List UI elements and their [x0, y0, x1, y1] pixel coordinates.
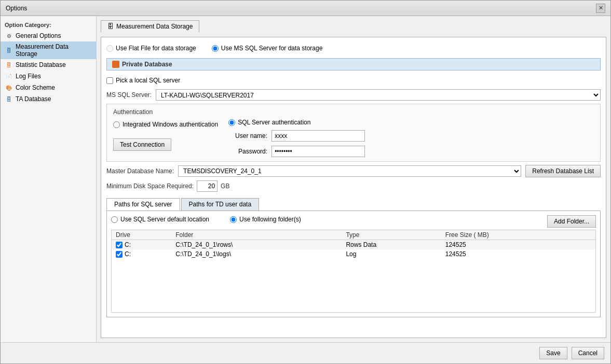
table-row: C: C:\TD_24_0_1\logs\ Log 124525 — [112, 249, 595, 259]
storage-option-row: Use Flat File for data storage Use MS SQ… — [106, 43, 601, 54]
tab-paths-sql-server[interactable]: Paths for SQL server — [106, 198, 180, 211]
col-header-extra — [574, 230, 595, 240]
sidebar-item-log-files[interactable]: 📄 Log Files — [1, 71, 96, 82]
integrated-windows-label: Integrated Windows authentication — [123, 121, 218, 128]
row-free-size-cell: 124525 — [441, 249, 574, 259]
col-header-type: Type — [342, 230, 441, 240]
row-extra-cell — [574, 249, 595, 259]
row-folder: C:\TD_24_0_1\rows\ — [175, 241, 233, 248]
default-location-option[interactable]: Use SQL Server default location — [111, 216, 209, 223]
paths-tabs: Paths for SQL server Paths for TD user d… — [106, 198, 601, 211]
sidebar-item-measurement-data-storage[interactable]: 🗄 Measurement Data Storage — [1, 41, 96, 59]
ms-sql-server-dropdown[interactable]: LT-KADLI-WG\SQLSERVER2017 — [156, 89, 601, 101]
flat-file-radio[interactable] — [106, 45, 113, 52]
row-type: Rows Data — [346, 241, 376, 248]
db-icon: 🗄 — [5, 95, 13, 103]
save-button[interactable]: Save — [539, 347, 567, 359]
ms-sql-server-label: MS SQL Server: — [106, 91, 152, 99]
paths-section: Paths for SQL server Paths for TD user d… — [106, 196, 601, 317]
ms-sql-option[interactable]: Use MS SQL Server for data storage — [212, 45, 323, 52]
tab-bar: 🗄 Measurement Data Storage — [101, 20, 606, 33]
close-button[interactable]: ✕ — [596, 4, 605, 13]
default-location-label: Use SQL Server default location — [120, 216, 209, 223]
tab-paths-td-user-data[interactable]: Paths for TD user data — [181, 198, 260, 211]
authentication-section: Authentication Integrated Windows authen… — [106, 104, 601, 162]
integrated-windows-radio[interactable] — [113, 121, 120, 128]
options-dialog: Options ✕ Option Category: ⚙ General Opt… — [0, 0, 611, 364]
palette-icon: 🎨 — [5, 83, 13, 92]
row-drive-cell: C: — [112, 240, 171, 250]
username-row: User name: — [228, 130, 365, 142]
pick-local-label: Pick a local SQL server — [116, 77, 180, 84]
pick-local-row: Pick a local SQL server — [106, 76, 601, 85]
main-content: Option Category: ⚙ General Options 🗄 Mea… — [1, 16, 610, 342]
row-type-cell: Log — [342, 249, 441, 259]
table-row: C: C:\TD_24_0_1\rows\ Rows Data 124525 — [112, 240, 595, 250]
row-free-size: 124525 — [445, 250, 466, 258]
row-free-size-cell: 124525 — [441, 240, 574, 250]
col-header-drive: Drive — [112, 230, 171, 240]
sql-server-auth-radio[interactable] — [228, 119, 235, 126]
test-connection-button[interactable]: Test Connection — [113, 138, 171, 151]
pick-local-checkbox[interactable] — [106, 77, 113, 84]
private-db-content: Pick a local SQL server MS SQL Server: L… — [106, 73, 601, 320]
default-location-radio[interactable] — [111, 216, 118, 223]
private-db-header: Private Database — [106, 58, 601, 71]
sidebar-item-statistic-database[interactable]: 🗄 Statistic Database — [1, 59, 96, 71]
paths-actions-row: Use SQL Server default location Use foll… — [111, 215, 596, 228]
refresh-database-list-button[interactable]: Refresh Database List — [525, 165, 601, 177]
col-header-free-size: Free Size ( MB) — [441, 230, 574, 240]
sidebar-item-label: Statistic Database — [16, 61, 66, 68]
flat-file-label: Use Flat File for data storage — [116, 45, 196, 52]
add-folder-button[interactable]: Add Folder... — [547, 215, 596, 228]
auth-inner: Integrated Windows authentication Test C… — [113, 119, 594, 157]
flat-file-option[interactable]: Use Flat File for data storage — [106, 45, 196, 52]
sidebar-item-label: Color Scheme — [16, 84, 55, 91]
row-checkbox[interactable] — [116, 251, 123, 258]
tab-icon: 🗄 — [107, 23, 114, 30]
paths-panel: Use SQL Server default location Use foll… — [106, 211, 601, 317]
ms-sql-radio[interactable] — [212, 45, 219, 52]
integrated-windows-option[interactable]: Integrated Windows authentication — [113, 121, 218, 128]
cancel-button[interactable]: Cancel — [572, 347, 604, 359]
row-type: Log — [346, 250, 356, 258]
auth-label: Authentication — [113, 108, 594, 116]
disk-space-input[interactable] — [197, 180, 218, 192]
sidebar-item-label: Log Files — [16, 73, 41, 80]
username-input[interactable] — [271, 130, 365, 142]
row-checkbox[interactable] — [116, 242, 123, 248]
sidebar-item-color-scheme[interactable]: 🎨 Color Scheme — [1, 82, 96, 93]
tab-label: Measurement Data Storage — [116, 23, 193, 30]
sidebar-item-general-options[interactable]: ⚙ General Options — [1, 30, 96, 41]
auth-left: Integrated Windows authentication Test C… — [113, 119, 218, 151]
master-db-dropdown[interactable]: TEMSDISCOVERY_24_0_1 — [178, 165, 521, 177]
following-folder-option[interactable]: Use following folder(s) — [230, 216, 301, 223]
ms-sql-label: Use MS SQL Server for data storage — [221, 45, 323, 52]
master-db-row: Master Database Name: TEMSDISCOVERY_24_0… — [106, 165, 601, 177]
gear-icon: ⚙ — [5, 32, 13, 40]
row-free-size: 124525 — [445, 241, 466, 248]
master-db-label: Master Database Name: — [106, 167, 174, 175]
tab-measurement-data-storage[interactable]: 🗄 Measurement Data Storage — [101, 20, 199, 33]
title-bar: Options ✕ — [1, 1, 610, 16]
row-checkbox-label[interactable]: C: — [116, 250, 167, 258]
private-db-label: Private Database — [122, 61, 172, 68]
right-panel: 🗄 Measurement Data Storage Use Flat File… — [97, 16, 610, 342]
sidebar-item-label: General Options — [16, 32, 61, 39]
following-folder-radio[interactable] — [230, 216, 237, 223]
sql-server-auth-option[interactable]: SQL Server authentication — [228, 119, 365, 126]
username-label: User name: — [228, 132, 267, 139]
db-small-icon — [112, 61, 119, 68]
row-folder: C:\TD_24_0_1\logs\ — [175, 250, 231, 258]
row-checkbox-label[interactable]: C: — [116, 241, 167, 248]
col-header-empty — [238, 230, 342, 240]
sidebar-item-label: TA Database — [16, 95, 51, 103]
paths-sql-tab-label: Paths for SQL server — [114, 201, 172, 208]
dialog-title: Options — [6, 5, 27, 12]
sidebar-item-ta-database[interactable]: 🗄 TA Database — [1, 93, 96, 105]
password-input[interactable] — [271, 146, 365, 157]
file-icon: 📄 — [5, 72, 13, 80]
paths-td-tab-label: Paths for TD user data — [189, 201, 252, 208]
password-row: Password: — [228, 146, 365, 157]
auth-right: SQL Server authentication User name: Pas… — [228, 119, 365, 157]
